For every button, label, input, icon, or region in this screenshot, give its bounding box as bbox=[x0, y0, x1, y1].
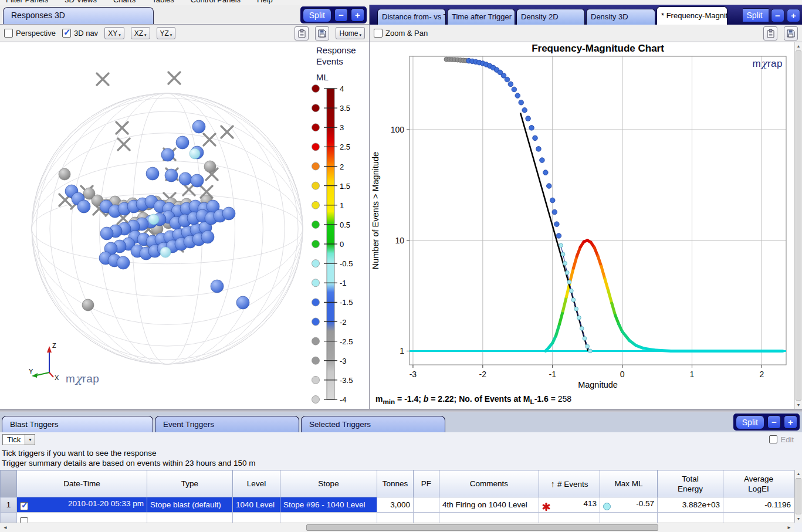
3d-nav-label: 3D nav bbox=[74, 29, 98, 38]
svg-text:-2.5: -2.5 bbox=[340, 337, 353, 346]
scroll-up-icon[interactable]: ▲ bbox=[795, 470, 802, 477]
tab-time-after-trigger[interactable]: Time after Trigger bbox=[447, 9, 515, 25]
menu-control-panels[interactable]: Control Panels bbox=[191, 0, 241, 4]
cell-pf bbox=[414, 497, 439, 513]
chart-copy-button[interactable] bbox=[763, 26, 777, 40]
menu-3d-views[interactable]: 3D Views bbox=[65, 0, 97, 4]
magnitude-dot-icon bbox=[603, 503, 611, 510]
col-pf[interactable]: PF bbox=[414, 470, 439, 497]
table-row-partial[interactable] bbox=[1, 513, 794, 523]
perspective-checkbox[interactable]: Perspective bbox=[4, 29, 56, 38]
perspective-checkbox-box[interactable] bbox=[4, 29, 13, 38]
right-tab-bar: Distance from- vs T Time after Trigger D… bbox=[370, 5, 802, 25]
view-xz-button[interactable]: XZ▾ bbox=[131, 27, 150, 39]
edit-control: Edit bbox=[769, 435, 800, 444]
left-toolbar: Perspective 3D nav XY▾ XZ▾ YZ▾ Home▾ bbox=[0, 25, 369, 42]
svg-text:0: 0 bbox=[620, 370, 625, 379]
col-stope[interactable]: Stope bbox=[280, 470, 377, 497]
menu-help[interactable]: Help bbox=[257, 0, 273, 4]
left-collapse-button[interactable]: − bbox=[334, 8, 348, 22]
svg-text:2: 2 bbox=[340, 162, 344, 171]
cell-date-time: 2010-01-20 05:33 pm bbox=[17, 497, 147, 513]
tick-dropdown[interactable]: Tick ▼ bbox=[2, 434, 35, 445]
bottom-split-button[interactable]: Split bbox=[736, 415, 764, 429]
col-total-energy[interactable]: Total Energy bbox=[658, 470, 723, 497]
scroll-left-icon[interactable]: ◄ bbox=[1, 524, 9, 531]
hscrollbar-thumb[interactable] bbox=[306, 524, 658, 531]
view-yz-button[interactable]: YZ▾ bbox=[157, 27, 176, 39]
cell-num-events: 413 bbox=[539, 497, 600, 513]
row-tick-checkbox[interactable] bbox=[20, 502, 28, 510]
menu-tables[interactable]: Tables bbox=[152, 0, 174, 4]
svg-text:100: 100 bbox=[391, 125, 405, 134]
scroll-right-icon[interactable]: ► bbox=[785, 524, 793, 531]
right-expand-button[interactable]: + bbox=[787, 9, 800, 22]
svg-text:Frequency-Magnitude Chart: Frequency-Magnitude Chart bbox=[532, 43, 664, 54]
svg-text:-0.5: -0.5 bbox=[340, 259, 353, 268]
scroll-up-icon[interactable]: ▲ bbox=[795, 42, 802, 50]
right-split-button[interactable]: Split bbox=[743, 8, 769, 22]
right-panel-controls: Split − + bbox=[743, 8, 800, 25]
svg-text:10: 10 bbox=[395, 236, 404, 245]
svg-text:-2: -2 bbox=[340, 318, 347, 327]
right-collapse-button[interactable]: − bbox=[771, 9, 784, 22]
col-tonnes[interactable]: Tonnes bbox=[377, 470, 414, 497]
copy-view-button[interactable] bbox=[295, 26, 309, 40]
col-level[interactable]: Level bbox=[233, 470, 280, 497]
view-xy-button[interactable]: XY▾ bbox=[104, 27, 124, 39]
col-comments[interactable]: Comments bbox=[439, 470, 539, 497]
ml-legend: Response Events ML 43.532.521.510.50-0.5… bbox=[309, 45, 368, 406]
chart-mxrap-logo: mχrap bbox=[752, 57, 783, 70]
scroll-down-icon[interactable]: ▼ bbox=[795, 401, 802, 409]
col-date-time[interactable]: Date-Time bbox=[17, 470, 147, 497]
3d-nav-checkbox[interactable]: 3D nav bbox=[62, 29, 98, 38]
home-view-button[interactable]: Home▾ bbox=[336, 27, 365, 39]
bottom-collapse-button[interactable]: − bbox=[767, 415, 781, 429]
menu-filter-panels[interactable]: Filter Panels bbox=[6, 0, 48, 4]
horizontal-scrollbar[interactable]: ◄ ► bbox=[0, 523, 794, 532]
tab-frequency-magnitude[interactable]: * Frequency-Magnit bbox=[657, 6, 727, 25]
tab-blast-triggers[interactable]: Blast Triggers bbox=[2, 416, 153, 432]
view-xy-label: XY bbox=[108, 29, 117, 38]
edit-checkbox[interactable] bbox=[769, 435, 777, 443]
tab-distance-vs-time[interactable]: Distance from- vs T bbox=[377, 9, 446, 25]
tab-selected-triggers[interactable]: Selected Triggers bbox=[301, 416, 445, 432]
col-type[interactable]: Type bbox=[147, 470, 233, 497]
tab-density-2d[interactable]: Density 2D bbox=[516, 9, 585, 25]
left-tab-bar: Responses 3D Split − + bbox=[0, 5, 369, 25]
col-average-logei[interactable]: Average LogEI bbox=[723, 470, 794, 497]
col-max-ml[interactable]: Max ML bbox=[600, 470, 658, 497]
bottom-expand-button[interactable]: + bbox=[784, 415, 797, 429]
tab-density-3d[interactable]: Density 3D bbox=[586, 9, 655, 25]
chart-vertical-scrollbar[interactable]: ▲ ▼ bbox=[794, 42, 802, 409]
save-icon bbox=[317, 29, 327, 38]
table-vertical-scrollbar[interactable]: ▲ ▼ bbox=[794, 470, 802, 523]
row-tick-checkbox[interactable] bbox=[20, 517, 28, 523]
3d-view[interactable]: Z Y X mχrap Response Events ML 4 bbox=[0, 42, 369, 409]
scrollbar-thumb[interactable] bbox=[796, 478, 801, 514]
zoom-pan-checkbox-box[interactable] bbox=[374, 29, 383, 38]
zoom-pan-checkbox[interactable]: Zoom & Pan bbox=[374, 29, 428, 38]
tab-event-triggers[interactable]: Event Triggers bbox=[155, 416, 299, 432]
mxrap-logo: mχrap bbox=[66, 372, 99, 385]
tab-responses-3d[interactable]: Responses 3D bbox=[3, 7, 154, 24]
svg-text:0.5: 0.5 bbox=[340, 221, 350, 229]
save-view-button[interactable] bbox=[315, 26, 329, 40]
left-expand-button[interactable]: + bbox=[351, 8, 364, 22]
svg-text:Number of Events > Magnitude: Number of Events > Magnitude bbox=[371, 152, 380, 269]
bottom-panel-controls: Split − + bbox=[733, 414, 800, 431]
3d-nav-checkbox-box[interactable] bbox=[62, 29, 71, 38]
svg-text:2.5: 2.5 bbox=[340, 143, 350, 151]
scrollbar-thumb[interactable] bbox=[796, 50, 801, 401]
scroll-down-icon[interactable]: ▼ bbox=[795, 515, 802, 523]
svg-text:1: 1 bbox=[690, 370, 695, 379]
chart-canvas[interactable]: -3-2-1012110100Frequency-Magnitude Chart… bbox=[370, 42, 794, 392]
col-num-events[interactable]: ↑# Events bbox=[539, 470, 600, 497]
svg-text:-2: -2 bbox=[479, 370, 487, 379]
chart-save-button[interactable] bbox=[784, 26, 798, 40]
menu-charts[interactable]: Charts bbox=[113, 0, 136, 4]
table-row[interactable]: 1 2010-01-20 05:33 pm Stope blast (defau… bbox=[1, 497, 794, 513]
perspective-label: Perspective bbox=[16, 29, 56, 38]
left-split-button[interactable]: Split bbox=[303, 8, 331, 22]
frequency-magnitude-chart[interactable]: -3-2-1012110100Frequency-Magnitude Chart… bbox=[370, 42, 794, 409]
